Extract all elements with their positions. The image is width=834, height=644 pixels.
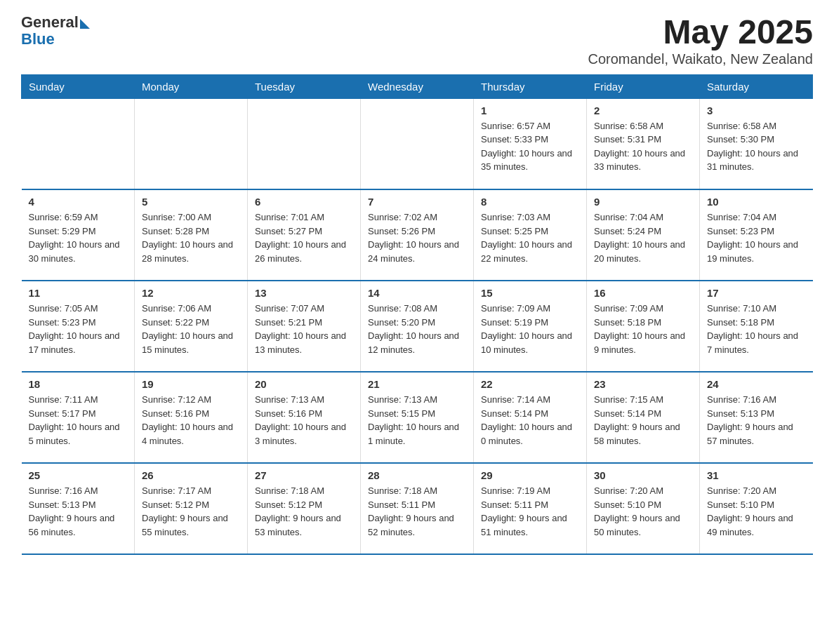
day-number: 5 — [142, 196, 240, 208]
day-info: Sunrise: 7:11 AMSunset: 5:17 PMDaylight:… — [29, 394, 120, 446]
col-thursday: Thursday — [474, 74, 587, 98]
table-row: 14 Sunrise: 7:08 AMSunset: 5:20 PMDaylig… — [361, 281, 474, 372]
day-number: 19 — [142, 378, 240, 390]
table-row: 2 Sunrise: 6:58 AMSunset: 5:31 PMDayligh… — [587, 98, 700, 189]
logo-general-text: General — [21, 14, 79, 31]
day-info: Sunrise: 7:04 AMSunset: 5:23 PMDaylight:… — [707, 212, 798, 264]
table-row: 15 Sunrise: 7:09 AMSunset: 5:19 PMDaylig… — [474, 281, 587, 372]
col-monday: Monday — [135, 74, 248, 98]
day-info: Sunrise: 7:13 AMSunset: 5:16 PMDaylight:… — [255, 394, 346, 446]
table-row: 28 Sunrise: 7:18 AMSunset: 5:11 PMDaylig… — [361, 463, 474, 554]
day-number: 20 — [255, 378, 353, 390]
day-info: Sunrise: 7:05 AMSunset: 5:23 PMDaylight:… — [29, 303, 120, 355]
day-number: 28 — [368, 469, 466, 481]
col-tuesday: Tuesday — [248, 74, 361, 98]
table-row: 19 Sunrise: 7:12 AMSunset: 5:16 PMDaylig… — [135, 372, 248, 463]
table-row: 21 Sunrise: 7:13 AMSunset: 5:15 PMDaylig… — [361, 372, 474, 463]
day-info: Sunrise: 7:09 AMSunset: 5:18 PMDaylight:… — [594, 303, 685, 355]
day-number: 21 — [368, 378, 466, 390]
logo-arrow-icon — [80, 19, 90, 29]
table-row: 27 Sunrise: 7:18 AMSunset: 5:12 PMDaylig… — [248, 463, 361, 554]
logo-blue-text: Blue — [21, 31, 90, 48]
table-row — [22, 98, 135, 189]
day-number: 4 — [29, 196, 128, 208]
col-sunday: Sunday — [22, 74, 135, 98]
day-info: Sunrise: 7:04 AMSunset: 5:24 PMDaylight:… — [594, 212, 685, 264]
day-number: 13 — [255, 287, 353, 299]
day-number: 14 — [368, 287, 466, 299]
day-info: Sunrise: 6:57 AMSunset: 5:33 PMDaylight:… — [481, 121, 572, 173]
day-info: Sunrise: 7:03 AMSunset: 5:25 PMDaylight:… — [481, 212, 572, 264]
table-row: 20 Sunrise: 7:13 AMSunset: 5:16 PMDaylig… — [248, 372, 361, 463]
table-row: 1 Sunrise: 6:57 AMSunset: 5:33 PMDayligh… — [474, 98, 587, 189]
day-info: Sunrise: 7:16 AMSunset: 5:13 PMDaylight:… — [707, 394, 793, 446]
title-block: May 2025 Coromandel, Waikato, New Zealan… — [588, 14, 813, 67]
day-number: 2 — [594, 105, 692, 116]
day-number: 30 — [594, 469, 692, 481]
calendar-body: 1 Sunrise: 6:57 AMSunset: 5:33 PMDayligh… — [22, 98, 813, 554]
table-row: 25 Sunrise: 7:16 AMSunset: 5:13 PMDaylig… — [22, 463, 135, 554]
day-number: 24 — [707, 378, 806, 390]
table-row: 17 Sunrise: 7:10 AMSunset: 5:18 PMDaylig… — [700, 281, 813, 372]
col-friday: Friday — [587, 74, 700, 98]
calendar-subtitle: Coromandel, Waikato, New Zealand — [588, 51, 813, 67]
day-number: 27 — [255, 469, 353, 481]
day-info: Sunrise: 6:59 AMSunset: 5:29 PMDaylight:… — [29, 212, 120, 264]
day-info: Sunrise: 7:19 AMSunset: 5:11 PMDaylight:… — [481, 485, 567, 537]
day-number: 18 — [29, 378, 128, 390]
table-row: 8 Sunrise: 7:03 AMSunset: 5:25 PMDayligh… — [474, 189, 587, 281]
day-number: 7 — [368, 196, 466, 208]
table-row: 13 Sunrise: 7:07 AMSunset: 5:21 PMDaylig… — [248, 281, 361, 372]
day-info: Sunrise: 7:09 AMSunset: 5:19 PMDaylight:… — [481, 303, 572, 355]
day-info: Sunrise: 7:13 AMSunset: 5:15 PMDaylight:… — [368, 394, 459, 446]
day-number: 15 — [481, 287, 579, 299]
day-number: 6 — [255, 196, 353, 208]
table-row: 18 Sunrise: 7:11 AMSunset: 5:17 PMDaylig… — [22, 372, 135, 463]
day-info: Sunrise: 6:58 AMSunset: 5:31 PMDaylight:… — [594, 121, 685, 173]
day-number: 26 — [142, 469, 240, 481]
col-wednesday: Wednesday — [361, 74, 474, 98]
table-row — [361, 98, 474, 189]
table-row: 10 Sunrise: 7:04 AMSunset: 5:23 PMDaylig… — [700, 189, 813, 281]
day-number: 23 — [594, 378, 692, 390]
day-info: Sunrise: 7:06 AMSunset: 5:22 PMDaylight:… — [142, 303, 233, 355]
table-row: 9 Sunrise: 7:04 AMSunset: 5:24 PMDayligh… — [587, 189, 700, 281]
day-number: 3 — [707, 105, 806, 116]
table-row: 30 Sunrise: 7:20 AMSunset: 5:10 PMDaylig… — [587, 463, 700, 554]
table-row: 22 Sunrise: 7:14 AMSunset: 5:14 PMDaylig… — [474, 372, 587, 463]
day-number: 8 — [481, 196, 579, 208]
day-info: Sunrise: 7:18 AMSunset: 5:11 PMDaylight:… — [368, 485, 454, 537]
day-number: 11 — [29, 287, 128, 299]
day-info: Sunrise: 7:16 AMSunset: 5:13 PMDaylight:… — [29, 485, 115, 537]
day-number: 22 — [481, 378, 579, 390]
table-row: 29 Sunrise: 7:19 AMSunset: 5:11 PMDaylig… — [474, 463, 587, 554]
table-row: 3 Sunrise: 6:58 AMSunset: 5:30 PMDayligh… — [700, 98, 813, 189]
day-info: Sunrise: 7:12 AMSunset: 5:16 PMDaylight:… — [142, 394, 233, 446]
page-header: General Blue May 2025 Coromandel, Waikat… — [21, 14, 813, 67]
day-info: Sunrise: 7:10 AMSunset: 5:18 PMDaylight:… — [707, 303, 798, 355]
table-row: 7 Sunrise: 7:02 AMSunset: 5:26 PMDayligh… — [361, 189, 474, 281]
day-number: 17 — [707, 287, 806, 299]
day-number: 16 — [594, 287, 692, 299]
table-row: 11 Sunrise: 7:05 AMSunset: 5:23 PMDaylig… — [22, 281, 135, 372]
calendar-table: Sunday Monday Tuesday Wednesday Thursday… — [21, 74, 813, 556]
day-number: 31 — [707, 469, 806, 481]
calendar-header: Sunday Monday Tuesday Wednesday Thursday… — [22, 74, 813, 98]
table-row: 31 Sunrise: 7:20 AMSunset: 5:10 PMDaylig… — [700, 463, 813, 554]
day-info: Sunrise: 6:58 AMSunset: 5:30 PMDaylight:… — [707, 121, 798, 173]
day-info: Sunrise: 7:07 AMSunset: 5:21 PMDaylight:… — [255, 303, 346, 355]
table-row: 26 Sunrise: 7:17 AMSunset: 5:12 PMDaylig… — [135, 463, 248, 554]
day-info: Sunrise: 7:14 AMSunset: 5:14 PMDaylight:… — [481, 394, 572, 446]
table-row: 12 Sunrise: 7:06 AMSunset: 5:22 PMDaylig… — [135, 281, 248, 372]
day-number: 29 — [481, 469, 579, 481]
day-info: Sunrise: 7:17 AMSunset: 5:12 PMDaylight:… — [142, 485, 228, 537]
day-info: Sunrise: 7:08 AMSunset: 5:20 PMDaylight:… — [368, 303, 459, 355]
day-info: Sunrise: 7:20 AMSunset: 5:10 PMDaylight:… — [707, 485, 793, 537]
day-info: Sunrise: 7:18 AMSunset: 5:12 PMDaylight:… — [255, 485, 341, 537]
day-info: Sunrise: 7:20 AMSunset: 5:10 PMDaylight:… — [594, 485, 680, 537]
day-info: Sunrise: 7:15 AMSunset: 5:14 PMDaylight:… — [594, 394, 680, 446]
day-number: 1 — [481, 105, 579, 116]
day-info: Sunrise: 7:01 AMSunset: 5:27 PMDaylight:… — [255, 212, 346, 264]
day-number: 25 — [29, 469, 128, 481]
day-number: 12 — [142, 287, 240, 299]
